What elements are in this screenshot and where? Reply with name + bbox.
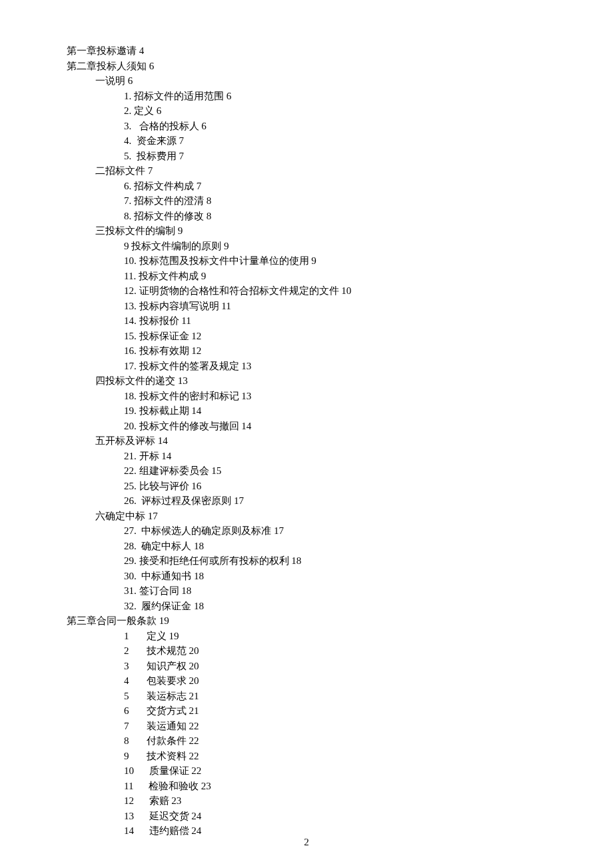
toc-entry: 5 装运标志 21 xyxy=(67,689,560,704)
toc-entry: 31. 签订合同 18 xyxy=(67,583,560,599)
toc-entry: 25. 比较与评价 16 xyxy=(67,479,560,494)
toc-entry: 20. 投标文件的修改与撤回 14 xyxy=(67,419,560,434)
toc-entry: 10 质量保证 22 xyxy=(67,763,560,779)
toc-entry: 22. 组建评标委员会 15 xyxy=(67,463,560,479)
toc-entry: 三投标文件的编制 9 xyxy=(67,223,560,239)
toc-entry: 6. 招标文件构成 7 xyxy=(67,179,560,194)
toc-entry: 19. 投标截止期 14 xyxy=(67,403,560,419)
toc-entry: 5. 投标费用 7 xyxy=(67,149,560,164)
toc-entry: 30. 中标通知书 18 xyxy=(67,569,560,584)
toc-entry: 7 装运通知 22 xyxy=(67,719,560,734)
toc-entry: 11. 投标文件构成 9 xyxy=(67,269,560,284)
toc-entry: 13 延迟交货 24 xyxy=(67,809,560,824)
toc-entry: 1. 招标文件的适用范围 6 xyxy=(67,89,560,104)
toc-entry: 第一章投标邀请 4 xyxy=(67,43,560,59)
toc-entry: 2 技术规范 20 xyxy=(67,643,560,659)
toc-list: 第一章投标邀请 4第二章投标人须知 6一说明 61. 招标文件的适用范围 62.… xyxy=(67,43,560,839)
toc-entry: 29. 接受和拒绝任何或所有投标的权利 18 xyxy=(67,553,560,569)
toc-entry: 11 检验和验收 23 xyxy=(67,779,560,794)
toc-entry: 第二章投标人须知 6 xyxy=(67,59,560,74)
toc-entry: 8. 招标文件的修改 8 xyxy=(67,209,560,224)
toc-entry: 12. 证明货物的合格性和符合招标文件规定的文件 10 xyxy=(67,283,560,299)
toc-entry: 12 索赔 23 xyxy=(67,793,560,809)
toc-entry: 四投标文件的递交 13 xyxy=(67,373,560,389)
toc-entry: 14. 投标报价 11 xyxy=(67,313,560,329)
toc-entry: 1 定义 19 xyxy=(67,629,560,644)
toc-entry: 五开标及评标 14 xyxy=(67,433,560,449)
toc-entry: 26. 评标过程及保密原则 17 xyxy=(67,493,560,509)
toc-entry: 27. 中标候选人的确定原则及标准 17 xyxy=(67,523,560,539)
toc-entry: 第三章合同一般条款 19 xyxy=(67,613,560,629)
toc-entry: 32. 履约保证金 18 xyxy=(67,599,560,614)
toc-entry: 15. 投标保证金 12 xyxy=(67,329,560,344)
toc-entry: 21. 开标 14 xyxy=(67,449,560,464)
toc-entry: 8 付款条件 22 xyxy=(67,733,560,749)
toc-entry: 3 知识产权 20 xyxy=(67,659,560,674)
toc-entry: 16. 投标有效期 12 xyxy=(67,343,560,359)
toc-entry: 二招标文件 7 xyxy=(67,163,560,179)
toc-entry: 9 投标文件编制的原则 9 xyxy=(67,239,560,254)
toc-entry: 10. 投标范围及投标文件中计量单位的使用 9 xyxy=(67,253,560,269)
toc-entry: 17. 投标文件的签署及规定 13 xyxy=(67,359,560,374)
toc-entry: 4 包装要求 20 xyxy=(67,673,560,689)
toc-entry: 3. 合格的投标人 6 xyxy=(67,119,560,134)
page-number: 2 xyxy=(0,837,613,848)
toc-entry: 7. 招标文件的澄清 8 xyxy=(67,193,560,209)
toc-entry: 13. 投标内容填写说明 11 xyxy=(67,299,560,314)
toc-entry: 六确定中标 17 xyxy=(67,509,560,524)
toc-entry: 2. 定义 6 xyxy=(67,103,560,119)
toc-page: 第一章投标邀请 4第二章投标人须知 6一说明 61. 招标文件的适用范围 62.… xyxy=(0,0,613,868)
toc-entry: 4. 资金来源 7 xyxy=(67,133,560,149)
toc-entry: 18. 投标文件的密封和标记 13 xyxy=(67,389,560,404)
toc-entry: 9 技术资料 22 xyxy=(67,749,560,764)
toc-entry: 一说明 6 xyxy=(67,73,560,89)
toc-entry: 28. 确定中标人 18 xyxy=(67,539,560,554)
toc-entry: 6 交货方式 21 xyxy=(67,703,560,719)
